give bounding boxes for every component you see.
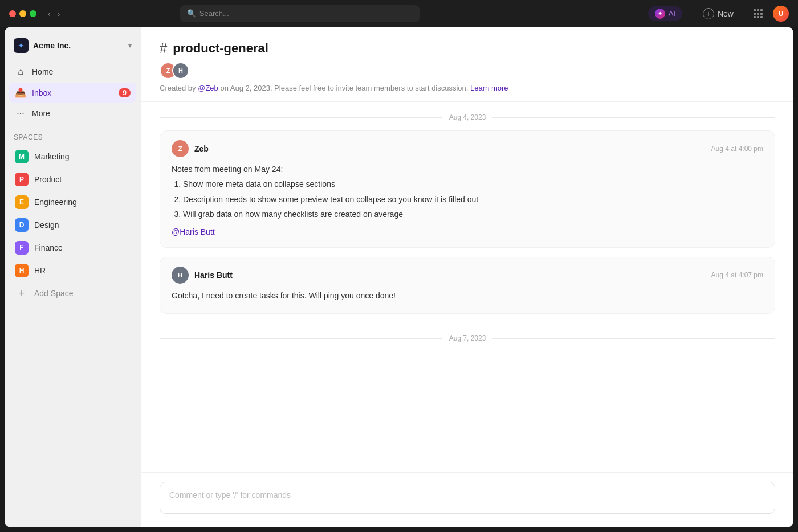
message-card-zeb: Z Zeb Aug 4 at 4:00 pm Notes from meetin…: [160, 130, 775, 248]
zeb-message-intro: Notes from meeting on May 24:: [172, 163, 763, 175]
workspace-chevron-icon: ▾: [128, 42, 132, 50]
workspace-name: Acme Inc.: [33, 41, 71, 50]
user-avatar[interactable]: U: [773, 6, 789, 22]
channel-header: # product-general Z H Created by @Zeb on…: [141, 27, 793, 102]
sidebar-item-finance[interactable]: F Finance: [9, 237, 136, 259]
engineering-icon: E: [15, 195, 28, 209]
ai-button[interactable]: ✦ AI: [648, 6, 682, 21]
message-card-haris: H Haris Butt Aug 4 at 4:07 pm Gotcha, I …: [160, 257, 775, 314]
engineering-label: Engineering: [34, 198, 77, 207]
comment-placeholder: Comment or type '/' for commands: [169, 490, 291, 500]
sidebar-item-home[interactable]: ⌂ Home: [9, 62, 136, 81]
channel-description-prefix: Created by: [160, 84, 198, 92]
message-author-zeb: Z Zeb: [172, 140, 209, 157]
hash-icon: #: [160, 40, 167, 56]
sidebar-item-more[interactable]: ··· More: [9, 104, 136, 123]
workspace-header[interactable]: ✦ Acme Inc. ▾: [5, 34, 141, 62]
sidebar-item-design[interactable]: D Design: [9, 214, 136, 236]
channel-avatar-2: H: [172, 62, 189, 79]
workspace-logo-icon: ✦: [18, 41, 25, 50]
home-icon: ⌂: [15, 67, 26, 77]
marketing-label: Marketing: [34, 152, 69, 161]
add-space-button[interactable]: + Add Space: [9, 283, 136, 304]
zeb-message-list: Show more meta data on collapse sections…: [172, 178, 763, 220]
sidebar-item-inbox[interactable]: 📥 Inbox 9: [9, 83, 136, 103]
zeb-message-body: Notes from meeting on May 24: Show more …: [172, 163, 763, 238]
new-label: New: [718, 9, 734, 18]
channel-description: Created by @Zeb on Aug 2, 2023. Please f…: [160, 84, 775, 92]
date-separator-aug7: Aug 7, 2023: [160, 323, 775, 351]
close-button[interactable]: [9, 10, 16, 17]
date-separator-aug4: Aug 4, 2023: [160, 102, 775, 130]
separator-date-aug4: Aug 4, 2023: [449, 113, 486, 121]
main-area: ✦ Acme Inc. ▾ ⌂ Home 📥 Inbox 9 ··· More …: [5, 27, 793, 527]
haris-avatar-placeholder: H: [172, 267, 189, 284]
inbox-label: Inbox: [32, 88, 113, 97]
haris-mention[interactable]: @Haris Butt: [172, 227, 215, 236]
sidebar-item-marketing[interactable]: M Marketing: [9, 146, 136, 167]
separator-line-left-aug7: [160, 338, 442, 339]
more-label: More: [32, 109, 131, 118]
message-header-haris: H Haris Butt Aug 4 at 4:07 pm: [172, 267, 763, 284]
search-placeholder: Search...: [199, 9, 229, 18]
zeb-avatar: Z: [172, 140, 189, 157]
haris-author-name: Haris Butt: [194, 271, 233, 280]
message-header-zeb: Z Zeb Aug 4 at 4:00 pm: [172, 140, 763, 157]
channel-name: product-general: [173, 41, 268, 56]
hr-label: HR: [34, 266, 46, 275]
design-icon: D: [15, 218, 28, 232]
maximize-button[interactable]: [30, 10, 36, 17]
channel-learn-more-link[interactable]: Learn more: [470, 84, 508, 92]
separator-date-aug7: Aug 7, 2023: [449, 334, 486, 342]
forward-arrow[interactable]: ›: [55, 8, 63, 19]
channel-description-suffix: on Aug 2, 2023. Please feel free to invi…: [218, 84, 470, 92]
sidebar-item-hr[interactable]: H HR: [9, 260, 136, 281]
messages-area: Aug 4, 2023 Z Zeb Aug 4 at 4:00 pm Notes…: [141, 102, 793, 472]
home-label: Home: [32, 67, 131, 76]
comment-area: Comment or type '/' for commands: [141, 472, 793, 527]
zeb-author-name: Zeb: [194, 144, 209, 153]
message-author-haris: H Haris Butt: [172, 267, 233, 284]
channel-avatars: Z H: [160, 62, 775, 79]
marketing-icon: M: [15, 150, 28, 163]
sidebar-item-product[interactable]: P Product: [9, 169, 136, 190]
sidebar-item-engineering[interactable]: E Engineering: [9, 191, 136, 213]
haris-message-body: Gotcha, I need to create tasks for this.…: [172, 289, 763, 302]
comment-box[interactable]: Comment or type '/' for commands: [160, 482, 775, 514]
new-button[interactable]: + New: [703, 8, 734, 19]
nav-arrows: ‹ ›: [46, 8, 62, 19]
topbar: ‹ › 🔍 Search... ✦ AI + New U: [0, 0, 798, 27]
finance-icon: F: [15, 241, 28, 255]
hr-icon: H: [15, 264, 28, 277]
inbox-icon: 📥: [15, 87, 26, 98]
haris-message-text: Gotcha, I need to create tasks for this.…: [172, 289, 763, 302]
search-bar[interactable]: 🔍 Search...: [180, 5, 420, 22]
list-item-1: Show more meta data on collapse sections: [183, 178, 763, 190]
topbar-divider: [743, 8, 743, 19]
haris-timestamp: Aug 4 at 4:07 pm: [711, 271, 763, 279]
spaces-header: Spaces: [5, 124, 141, 146]
zeb-avatar-placeholder: Z: [172, 140, 189, 157]
product-icon: P: [15, 173, 28, 186]
back-arrow[interactable]: ‹: [46, 8, 53, 19]
sidebar-nav: ⌂ Home 📥 Inbox 9 ··· More: [5, 62, 141, 124]
sidebar: ✦ Acme Inc. ▾ ⌂ Home 📥 Inbox 9 ··· More …: [5, 27, 141, 527]
channel-mention[interactable]: @Zeb: [198, 84, 218, 92]
product-label: Product: [34, 175, 62, 184]
minimize-button[interactable]: [19, 10, 26, 17]
grid-menu-icon[interactable]: [752, 8, 764, 19]
new-icon: +: [703, 8, 714, 19]
channel-avatar-2-placeholder: H: [173, 63, 188, 78]
design-label: Design: [34, 220, 59, 230]
list-item-3: Will grab data on how many checklists ar…: [183, 208, 763, 220]
separator-line-left: [160, 117, 442, 118]
search-icon: 🔍: [187, 9, 196, 18]
ai-icon: ✦: [655, 9, 665, 19]
haris-avatar: H: [172, 267, 189, 284]
list-item-2: Description needs to show some preview t…: [183, 193, 763, 206]
ai-label: AI: [669, 9, 675, 18]
more-icon: ···: [15, 108, 26, 118]
inbox-badge: 9: [119, 88, 131, 97]
zeb-timestamp: Aug 4 at 4:00 pm: [711, 145, 763, 153]
traffic-lights: [9, 10, 36, 17]
